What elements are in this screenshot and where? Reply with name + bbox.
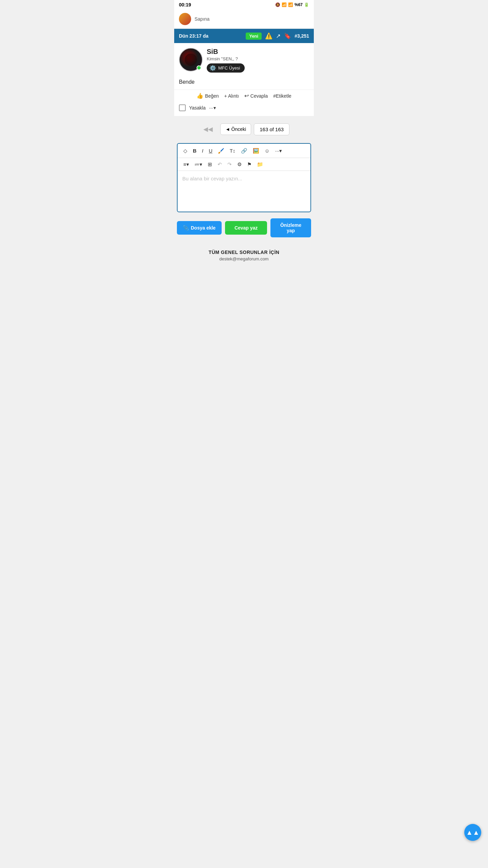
- write-reply-label: Cevap yaz: [235, 225, 258, 231]
- editor-toolbar-bottom: ≡▾ ≔▾ ⊞ ↶ ↷ ⚙ ⚑ 📁: [178, 158, 310, 171]
- write-reply-button[interactable]: Cevap yaz: [225, 221, 267, 235]
- footer-title: TÜM GENEL SORUNLAR İÇİN: [179, 250, 309, 255]
- post-user-section: SiB Kimsin "SEN,, ? ⚙️ MFC Üyesi: [174, 43, 314, 73]
- post-content: Bende: [179, 79, 195, 85]
- font-size-button[interactable]: T↕: [227, 146, 238, 155]
- signal-icon: 📶: [288, 2, 293, 7]
- underline-button[interactable]: U: [206, 146, 215, 155]
- page-footer: TÜM GENEL SORUNLAR İÇİN destek@megaforum…: [174, 241, 314, 266]
- quote-button[interactable]: + Alıntı: [224, 93, 239, 99]
- reply-icon: ↩: [244, 93, 249, 99]
- post-header-icons: Yeni ⚠️ ↗ 🔖 #3,251: [246, 32, 309, 40]
- post-header-bar: Dün 23:17 da Yeni ⚠️ ↗ 🔖 #3,251: [174, 29, 314, 43]
- more-toolbar-button[interactable]: ···▾: [273, 146, 285, 155]
- post-number: #3,251: [294, 33, 309, 39]
- like-label: Beğen: [205, 93, 219, 99]
- post-actions: 👍 Beğen + Alıntı ↩ Cevapla #Etiketle: [174, 90, 314, 102]
- bold-button[interactable]: B: [190, 146, 199, 155]
- align-button[interactable]: ≡▾: [181, 160, 191, 169]
- like-button[interactable]: 👍 Beğen: [197, 93, 219, 99]
- post-date: Dün 23:17 da: [179, 33, 208, 39]
- online-indicator: [197, 65, 201, 70]
- editor-actions: 📎 Dosya ekle Cevap yaz Önizleme yap: [174, 214, 314, 241]
- select-checkbox[interactable]: [179, 104, 186, 111]
- badge-label: MFC Üyesi: [218, 65, 240, 71]
- image-button[interactable]: 🖼️: [250, 146, 262, 155]
- badge-icon: ⚙️: [209, 65, 216, 71]
- eraser-button[interactable]: ◇: [181, 146, 190, 155]
- prev-label: ◄ Önceki: [225, 126, 246, 132]
- tag-button[interactable]: #Etiketle: [273, 93, 291, 99]
- ban-button[interactable]: Yasakla: [189, 105, 206, 111]
- battery-level: %67: [294, 2, 303, 7]
- prev-page-button[interactable]: ◄ Önceki: [220, 123, 251, 135]
- svg-point-1: [185, 54, 197, 66]
- settings-button[interactable]: ⚙: [235, 160, 244, 169]
- more-label: ···: [209, 105, 213, 111]
- undo-button[interactable]: ↶: [215, 160, 224, 169]
- like-icon: 👍: [197, 93, 203, 99]
- alert-icon[interactable]: ⚠️: [265, 32, 272, 40]
- share-icon[interactable]: ↗: [276, 33, 281, 40]
- chevron-down-icon: ▾: [214, 105, 216, 111]
- reply-label: Cevapla: [250, 93, 268, 99]
- status-time: 00:19: [179, 2, 191, 7]
- list-button[interactable]: ≔▾: [192, 160, 205, 169]
- folder-button[interactable]: 📁: [255, 160, 266, 169]
- table-button[interactable]: ⊞: [205, 160, 215, 169]
- battery-icon: 🔋: [304, 2, 309, 7]
- attach-file-button[interactable]: 📎 Dosya ekle: [177, 221, 222, 235]
- status-bar: 00:19 🔕 📶 📶 %67 🔋: [174, 0, 314, 9]
- reply-editor: ◇ B I U 🖌️ T↕ 🔗 🖼️ ☺ ···▾ ≡▾ ≔▾ ⊞ ↶ ↷ ⚙ …: [177, 143, 311, 212]
- link-button[interactable]: 🔗: [239, 146, 250, 155]
- footer-email[interactable]: destek@megaforum.com: [179, 256, 309, 261]
- editor-placeholder: Bu alana bir cevap yazın...: [182, 176, 242, 181]
- user-info: SiB Kimsin "SEN,, ? ⚙️ MFC Üyesi: [207, 48, 309, 73]
- mute-icon: 🔕: [275, 2, 280, 7]
- preview-label: Önizleme yap: [280, 222, 301, 233]
- status-icons: 🔕 📶 📶 %67 🔋: [275, 2, 309, 7]
- attach-label: Dosya ekle: [191, 225, 216, 231]
- preview-button[interactable]: Önizleme yap: [270, 218, 311, 237]
- avatar-wrap: [179, 48, 203, 72]
- redo-button[interactable]: ↷: [225, 160, 234, 169]
- tag-label: #Etiketle: [273, 93, 291, 99]
- new-badge[interactable]: Yeni: [246, 33, 262, 40]
- first-page-button[interactable]: ◀◀: [199, 123, 218, 136]
- page-count: 163 of 163: [254, 123, 289, 135]
- italic-button[interactable]: I: [200, 146, 206, 155]
- paperclip-icon: 📎: [183, 225, 189, 231]
- stub-avatar: [179, 13, 191, 25]
- color-button[interactable]: 🖌️: [216, 146, 227, 155]
- bookmark-icon[interactable]: 🔖: [284, 33, 291, 40]
- user-title: Kimsin "SEN,, ?: [207, 56, 309, 61]
- emoji-button[interactable]: ☺: [262, 146, 272, 155]
- editor-toolbar-top: ◇ B I U 🖌️ T↕ 🔗 🖼️ ☺ ···▾: [178, 144, 310, 158]
- previous-post-stub: Sapına: [174, 9, 314, 29]
- pagination-bar: ◀◀ ◄ Önceki 163 of 163: [174, 117, 314, 141]
- more-button[interactable]: ··· ▾: [209, 105, 216, 111]
- post-footer: Yasakla ··· ▾: [174, 102, 314, 116]
- user-badge: ⚙️ MFC Üyesi: [207, 63, 245, 73]
- quote-label: + Alıntı: [224, 93, 239, 99]
- reply-button[interactable]: ↩ Cevapla: [244, 93, 268, 99]
- flag-button[interactable]: ⚑: [245, 160, 254, 169]
- post-body: Bende: [174, 73, 314, 90]
- reply-textarea[interactable]: Bu alana bir cevap yazın...: [178, 171, 310, 212]
- post-card: SiB Kimsin "SEN,, ? ⚙️ MFC Üyesi Bende 👍…: [174, 43, 314, 116]
- username[interactable]: SiB: [207, 48, 309, 56]
- stub-username: Sapına: [195, 16, 209, 22]
- wifi-icon: 📶: [282, 2, 287, 7]
